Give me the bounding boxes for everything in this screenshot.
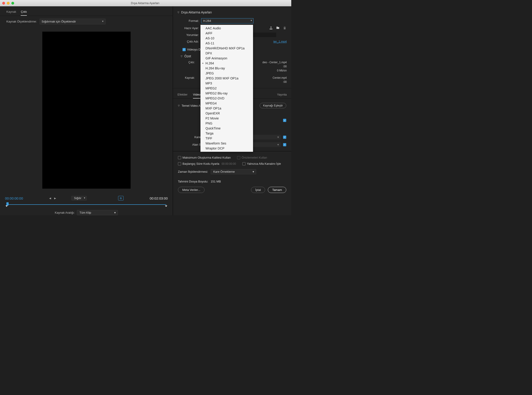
cancel-button[interactable]: İptal [251,187,265,193]
format-option[interactable]: OpenEXR [200,111,253,116]
format-option[interactable]: Wraptor DCP [200,146,253,151]
format-option[interactable]: MXF OP1a [200,106,253,111]
max-quality-checkbox[interactable] [178,156,181,159]
format-option[interactable]: QuickTime [200,126,253,131]
comments-label: Yorumlar: [182,33,199,37]
format-option[interactable]: AAC Audio [200,26,253,31]
chevron-down-icon: ▽ [178,104,180,107]
timeline-scrubber[interactable] [5,202,168,206]
format-option[interactable]: H.264 [200,61,253,66]
frame-rate-match-checkbox[interactable] [283,136,286,139]
scaling-select[interactable]: Sığdırmak için Ölçeklendir [40,19,106,24]
format-label: Format: [182,19,199,22]
format-option[interactable]: H.264 Blu-ray [200,66,253,71]
prev-frame-icon[interactable]: ◀ [49,197,51,200]
maximize-window-icon[interactable] [11,2,14,5]
format-option[interactable]: AIFF [200,31,253,36]
format-option[interactable]: P2 Movie [200,116,253,121]
tab-video[interactable]: Video [193,92,200,99]
format-select[interactable]: H.264 [201,18,253,23]
format-option[interactable]: MPEG4 [200,101,253,106]
source-range-select[interactable]: Tüm Klip [77,210,118,215]
import-preset-icon[interactable] [276,26,280,30]
format-option[interactable]: AS-10 [200,36,253,41]
alpha-only-checkbox[interactable] [242,162,246,165]
bottom-options: Maksimum Oluşturma Kalitesi Kullan Önizl… [173,151,291,198]
save-preset-icon[interactable] [269,26,273,30]
in-point-icon[interactable] [5,205,8,207]
format-dropdown-menu[interactable]: AAC AudioAIFFAS-10AS-11DNxHR/DNxHD MXF O… [200,25,253,152]
format-option[interactable]: JPEG [200,71,253,76]
transport-controls: 00:00:00:00 ◀ ▶ Sığdır ⧉ 00:02:03:00 [0,193,173,215]
titlebar: Dışa Aktarma Ayarları [0,0,291,6]
format-option[interactable]: MPEG2-DVD [200,96,253,101]
filesize-value: 151 MB [211,180,221,183]
minimize-window-icon[interactable] [7,2,10,5]
start-timecode-checkbox[interactable] [178,162,181,165]
aspect-correction-icon[interactable]: ⧉ [118,196,124,200]
use-previews-label: Önizlemeleri Kullan [242,156,267,159]
metadata-button[interactable]: Meta Veriler... [178,187,205,193]
next-frame-icon[interactable]: ▶ [54,197,56,200]
format-option[interactable]: MP3 [200,81,253,86]
time-interp-select[interactable]: Kare Örnekleme [211,169,256,174]
preview-panel: Kaynak Çıktı Kaynak Ölçeklendirme: Sığdı… [0,6,173,215]
summary-title: Özet [184,54,191,58]
output-filename-link[interactable]: ter_1.mp4 [273,40,287,43]
close-window-icon[interactable] [2,2,5,5]
format-option[interactable]: MPEG2 Blu-ray [200,91,253,96]
field-order-match-checkbox[interactable] [283,143,286,146]
match-source-button[interactable]: Kaynağı Eşleştir [260,103,286,108]
tab-effects[interactable]: Efektler [177,92,187,99]
export-settings-window: Dışa Aktarma Ayarları Kaynak Çıktı Kayna… [0,0,291,215]
chevron-down-icon: ▽ [177,11,179,14]
export-settings-title: Dışa Aktarma Ayarları [181,11,212,14]
export-settings-header[interactable]: ▽ Dışa Aktarma Ayarları [177,8,287,16]
tab-output[interactable]: Çıktı [21,9,27,16]
window-title: Dışa Aktarma Ayarları [14,1,276,5]
video-preview [42,32,131,189]
delete-preset-icon [283,26,287,30]
format-option[interactable]: JPEG 2000 MXF OP1a [200,76,253,81]
format-option[interactable]: Targa [200,131,253,136]
format-option[interactable]: GIF Animasyon [200,56,253,61]
max-quality-label: Maksimum Oluşturma Kalitesi Kullan [182,156,231,159]
zoom-fit-select[interactable]: Sığdır [71,196,87,200]
out-point-icon[interactable] [165,205,167,207]
playhead-icon[interactable] [6,202,9,205]
alpha-only-label: Yalnızca Alfa Kanalını İşle [247,162,281,165]
start-timecode-value: 00:00:00:00 [222,162,236,165]
chevron-down-icon: ▽ [181,55,182,58]
export-video-label: Videoyu D [187,48,201,51]
output-name-label: Çıktı Adı: [182,40,199,43]
format-option[interactable]: MPEG2 [200,86,253,91]
basic-video-header: Temel Video A [181,104,200,107]
export-video-checkbox[interactable] [182,48,186,51]
use-previews-checkbox [237,156,240,159]
timecode-current[interactable]: 00:00:00:00 [5,196,23,200]
format-option[interactable]: PNG [200,121,253,126]
format-option[interactable]: TIFF [200,136,253,141]
source-range-label: Kaynak Aralığı: [55,211,75,214]
basic-video-checkbox-1[interactable] [283,119,286,122]
format-option[interactable]: AS-11 [200,41,253,46]
tab-source[interactable]: Kaynak [6,9,16,16]
preview-area [0,27,173,193]
ok-button[interactable]: Tamam [268,187,286,193]
filesize-label: Tahmini Dosya Boyutu: [178,180,208,183]
format-option[interactable]: DNxHR/DNxHD MXF OP1a [200,46,253,51]
preset-label: Hazır Ayar: [182,26,199,30]
format-option[interactable]: Waveform Ses [200,141,253,146]
time-interp-label: Zaman İlişkilendirmesi: [178,170,208,173]
timecode-end: 00:02:03:00 [150,196,168,200]
format-option[interactable]: DPX [200,51,253,56]
tab-publish[interactable]: Yayınla [277,92,287,99]
scaling-label: Kaynak Ölçeklendirme: [6,20,37,23]
start-timecode-label: Başlangıç Süre Kodu Ayarla [182,162,219,165]
